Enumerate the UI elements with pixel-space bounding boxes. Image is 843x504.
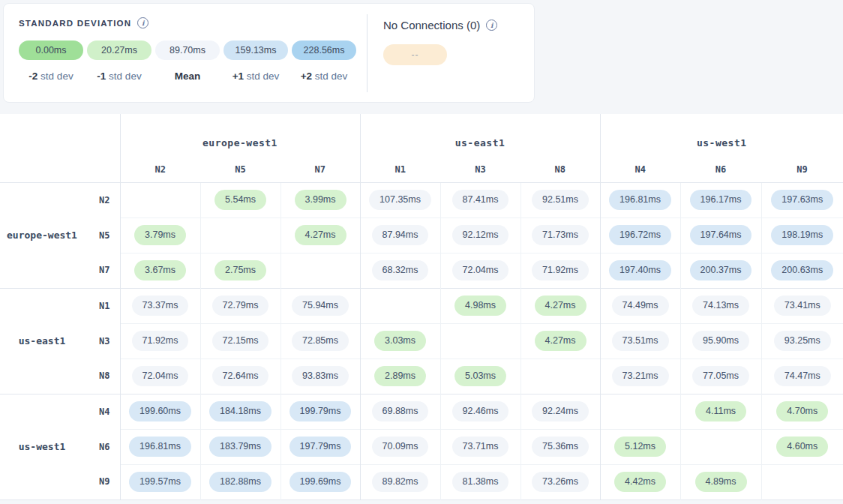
col-node-header: N9 (761, 158, 843, 182)
legend-label: +2 std dev (292, 70, 356, 82)
latency-cell: 95.90ms (680, 323, 761, 358)
col-node-header: N6 (680, 158, 761, 182)
latency-pill: 72.64ms (212, 366, 269, 386)
legend-pill: 0.00ms (19, 40, 83, 60)
latency-pill: 87.41ms (452, 190, 509, 209)
latency-pill: 81.38ms (452, 472, 509, 491)
latency-pill: 74.47ms (774, 366, 831, 386)
latency-pill: 71.73ms (532, 225, 589, 244)
latency-cell: 5.03ms (440, 358, 520, 394)
latency-cell: 3.03ms (360, 323, 440, 358)
latency-pill: 3.03ms (374, 331, 426, 350)
row-region-label: us-east1 (0, 288, 84, 394)
latency-pill: 73.37ms (132, 296, 189, 315)
latency-cell: 73.26ms (520, 464, 600, 500)
legend-label: -2 std dev (19, 70, 83, 82)
latency-cell: 73.71ms (440, 429, 520, 464)
latency-pill: 72.79ms (212, 296, 269, 315)
latency-cell: 71.92ms (520, 253, 600, 288)
latency-cell: 4.70ms (761, 394, 843, 429)
info-icon[interactable]: i (137, 17, 148, 28)
latency-pill: 92.12ms (452, 225, 509, 244)
latency-pill: 4.27ms (535, 296, 586, 315)
latency-cell: 92.51ms (520, 182, 600, 218)
latency-cell: 2.89ms (360, 358, 440, 394)
latency-cell: 89.82ms (360, 464, 440, 500)
latency-pill: 196.17ms (690, 190, 752, 209)
latency-pill: 92.46ms (452, 401, 509, 421)
latency-cell: 199.79ms (280, 394, 360, 429)
latency-pill: 3.99ms (295, 190, 346, 209)
latency-pill: 77.05ms (692, 366, 749, 386)
row-node-label: N9 (84, 464, 120, 500)
latency-pill: 73.41ms (774, 296, 831, 315)
table-row: N9199.57ms182.88ms199.69ms89.82ms81.38ms… (0, 464, 843, 500)
info-icon[interactable]: i (486, 20, 497, 31)
std-dev-items: 0.00ms-2 std dev20.27ms-1 std dev89.70ms… (19, 40, 356, 82)
latency-pill: 196.81ms (129, 436, 191, 456)
table-row: N6196.81ms183.79ms197.79ms70.09ms73.71ms… (0, 429, 843, 464)
latency-cell: 4.11ms (680, 394, 761, 429)
latency-cell: 92.12ms (440, 218, 520, 253)
latency-cell: 2.75ms (200, 253, 280, 288)
row-node-label: N7 (84, 253, 120, 288)
latency-cell: 87.41ms (440, 182, 520, 218)
latency-cell: 183.79ms (200, 429, 280, 464)
row-region-label: us-west1 (0, 394, 84, 500)
latency-cell: 69.88ms (360, 394, 440, 429)
legend-item: 159.13ms+1 std dev (224, 40, 288, 82)
legend-label: -1 std dev (87, 70, 152, 82)
legend-item: 20.27ms-1 std dev (87, 40, 152, 82)
latency-cell: 199.57ms (120, 464, 200, 500)
latency-pill: 199.79ms (290, 401, 352, 421)
row-node-label: N3 (84, 323, 120, 358)
diagonal-empty-cell (280, 253, 360, 288)
latency-cell: 3.99ms (280, 182, 360, 218)
latency-pill: 72.85ms (292, 331, 349, 350)
latency-pill: 3.67ms (134, 260, 186, 280)
latency-pill: 73.26ms (532, 472, 589, 491)
latency-pill: 5.12ms (614, 436, 666, 456)
latency-pill: 200.37ms (690, 260, 752, 280)
latency-pill: 4.60ms (776, 436, 828, 456)
latency-pill: 92.51ms (532, 190, 589, 209)
latency-cell: 200.63ms (761, 253, 843, 288)
latency-pill: 87.94ms (372, 225, 429, 244)
latency-cell: 184.18ms (200, 394, 280, 429)
latency-cell: 197.79ms (280, 429, 360, 464)
latency-cell: 196.17ms (680, 182, 761, 218)
latency-pill: 92.24ms (532, 401, 589, 421)
latency-cell: 197.40ms (600, 253, 680, 288)
col-region-header: us-west1 (600, 114, 843, 158)
col-node-header: N2 (120, 158, 200, 182)
latency-pill: 71.92ms (532, 260, 589, 280)
latency-cell: 72.15ms (200, 323, 280, 358)
latency-table: europe-west1us-east1us-west1N2N5N7N1N3N8… (0, 114, 843, 500)
col-region-header: us-east1 (360, 114, 600, 158)
std-dev-title: STANDARD DEVIATION (19, 19, 131, 28)
latency-cell: 71.73ms (520, 218, 600, 253)
latency-cell: 75.36ms (520, 429, 600, 464)
latency-pill: 200.63ms (771, 260, 833, 280)
latency-pill: 93.83ms (292, 366, 349, 386)
latency-pill: 74.49ms (612, 296, 669, 315)
latency-pill: 184.18ms (209, 401, 272, 421)
legend-label: +1 std dev (224, 70, 288, 82)
latency-cell: 198.19ms (761, 218, 843, 253)
latency-cell: 92.46ms (440, 394, 520, 429)
latency-cell: 4.60ms (761, 429, 843, 464)
latency-pill: 107.35ms (369, 190, 431, 209)
row-node-label: N1 (84, 288, 120, 323)
latency-pill: 4.89ms (695, 472, 747, 491)
legend-item: 0.00ms-2 std dev (19, 40, 83, 82)
latency-pill: 199.57ms (129, 472, 191, 491)
col-node-header: N5 (200, 158, 280, 182)
latency-pill: 95.90ms (692, 331, 749, 350)
latency-cell: 93.25ms (761, 323, 843, 358)
latency-pill: 89.82ms (372, 472, 429, 491)
legend-divider (367, 14, 368, 92)
latency-cell: 74.47ms (761, 358, 843, 394)
row-group: us-east1N173.37ms72.79ms75.94ms4.98ms4.2… (0, 288, 843, 394)
latency-cell: 75.94ms (280, 288, 360, 323)
latency-pill: 197.63ms (771, 190, 833, 209)
